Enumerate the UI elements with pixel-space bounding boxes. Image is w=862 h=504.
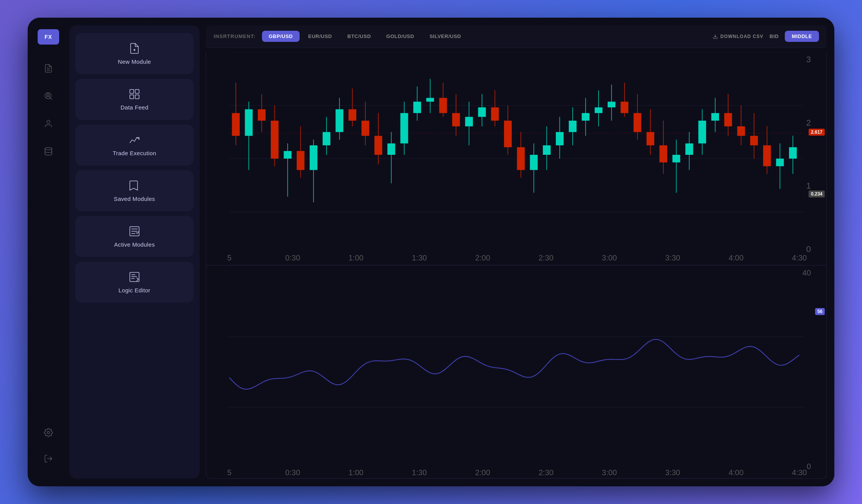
svg-point-6 bbox=[45, 148, 52, 150]
download-csv-button[interactable]: DOWNLOAD CSV bbox=[713, 34, 763, 39]
svg-line-3 bbox=[50, 98, 52, 99]
tab-silverusd[interactable]: SILVER/USD bbox=[423, 31, 468, 42]
svg-rect-13 bbox=[130, 95, 134, 99]
app-logo[interactable]: FX bbox=[38, 29, 59, 45]
sidebar-item-saved-modules[interactable]: Saved Modules bbox=[75, 170, 194, 211]
svg-rect-14 bbox=[135, 95, 139, 99]
user-search-nav-icon[interactable] bbox=[40, 88, 57, 104]
tab-gbpusd[interactable]: GBP/USD bbox=[262, 31, 300, 42]
sidebar-item-trade-execution[interactable]: Trade Execution bbox=[75, 124, 194, 166]
bottom-icons bbox=[40, 424, 57, 467]
data-feed-icon bbox=[128, 88, 141, 100]
sidebar-item-saved-modules-label: Saved Modules bbox=[114, 196, 155, 202]
instrument-tabs: GBP/USD EUR/USD BTC/USD GOLD/USD SILVER/… bbox=[262, 31, 713, 42]
settings-nav-icon[interactable] bbox=[40, 424, 57, 441]
main-content: INSRTRUMENT: GBP/USD EUR/USD BTC/USD GOL… bbox=[200, 18, 834, 486]
indicator-value-label: 56 bbox=[815, 308, 825, 315]
middle-button[interactable]: MIDDLE bbox=[785, 31, 819, 42]
document-nav-icon[interactable] bbox=[40, 60, 57, 77]
tab-goldusd[interactable]: GOLD/USD bbox=[380, 31, 421, 42]
sidebar-item-active-modules-label: Active Modules bbox=[114, 241, 155, 248]
svg-point-4 bbox=[47, 94, 49, 96]
price-label-low: 0.234 bbox=[809, 191, 825, 197]
svg-rect-11 bbox=[130, 90, 134, 93]
tab-btcusd[interactable]: BTC/USD bbox=[340, 31, 378, 42]
sidebar-item-logic-editor[interactable]: Logic Editor bbox=[75, 262, 194, 303]
svg-point-7 bbox=[47, 431, 50, 434]
database-nav-icon[interactable] bbox=[40, 143, 57, 160]
logout-nav-icon[interactable] bbox=[40, 450, 57, 467]
main-sidebar: New Module Data Feed Trade bbox=[69, 25, 200, 479]
icon-sidebar: FX bbox=[28, 18, 69, 486]
chart-container: 2.617 0.234 56 bbox=[206, 52, 827, 479]
sidebar-item-data-feed[interactable]: Data Feed bbox=[75, 79, 194, 120]
price-label-high: 2.617 bbox=[809, 129, 825, 136]
profile-nav-icon[interactable] bbox=[40, 115, 57, 132]
bid-label: BID bbox=[769, 33, 779, 39]
nav-icons bbox=[40, 60, 57, 424]
instrument-label: INSRTRUMENT: bbox=[214, 33, 256, 39]
sidebar-item-trade-execution-label: Trade Execution bbox=[113, 150, 156, 156]
candlestick-chart: 2.617 0.234 bbox=[206, 52, 826, 265]
right-controls: DOWNLOAD CSV BID MIDDLE bbox=[713, 31, 819, 42]
tab-eurusd[interactable]: EUR/USD bbox=[301, 31, 339, 42]
instrument-bar: INSRTRUMENT: GBP/USD EUR/USD BTC/USD GOL… bbox=[206, 25, 827, 48]
indicator-chart: 56 bbox=[206, 265, 826, 478]
new-module-icon bbox=[128, 42, 141, 55]
active-modules-icon bbox=[128, 225, 141, 237]
saved-modules-icon bbox=[128, 179, 141, 192]
sidebar-item-active-modules[interactable]: Active Modules bbox=[75, 216, 194, 257]
sidebar-item-logic-editor-label: Logic Editor bbox=[119, 287, 151, 293]
svg-point-5 bbox=[47, 120, 50, 123]
sidebar-item-data-feed-label: Data Feed bbox=[121, 104, 149, 111]
sidebar-item-new-module[interactable]: New Module bbox=[75, 33, 194, 74]
logic-editor-icon bbox=[128, 271, 141, 283]
sidebar-item-new-module-label: New Module bbox=[118, 58, 151, 65]
svg-rect-12 bbox=[135, 90, 139, 93]
download-csv-label: DOWNLOAD CSV bbox=[720, 34, 763, 39]
trade-execution-icon bbox=[128, 134, 141, 146]
